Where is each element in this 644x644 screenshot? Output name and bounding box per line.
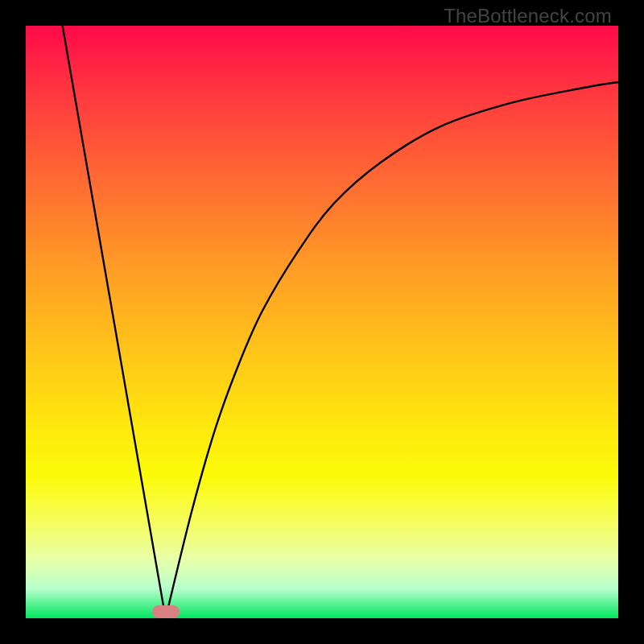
chart-curve: [26, 26, 618, 618]
chart-frame: [26, 26, 618, 618]
optimal-marker: [152, 605, 180, 618]
watermark-text: TheBottleneck.com: [444, 5, 612, 27]
